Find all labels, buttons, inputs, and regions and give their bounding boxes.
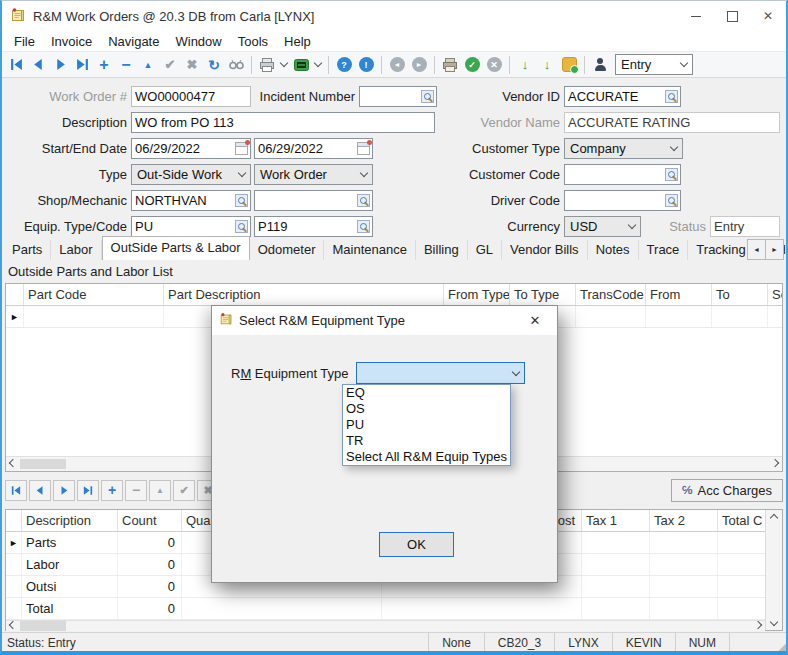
mechanic-input[interactable] [255, 192, 357, 209]
scroll-left-icon[interactable] [9, 620, 17, 628]
col-tax2[interactable]: Tax 2 [650, 510, 718, 531]
menu-file[interactable]: File [6, 34, 43, 49]
col-transcode[interactable]: TransCode [576, 284, 646, 305]
approve-button[interactable]: ✓ [461, 54, 483, 76]
grid-delete-button[interactable]: − [125, 480, 147, 501]
ok-button[interactable]: OK [379, 532, 454, 557]
maximize-button[interactable] [714, 1, 750, 31]
equip-code-input[interactable] [255, 218, 357, 235]
save-button[interactable]: ✔ [159, 54, 181, 76]
grid-previous-button[interactable] [29, 480, 51, 501]
option-tr[interactable]: TR [343, 433, 510, 449]
grid-up-button[interactable]: ▲ [149, 480, 171, 501]
scroll-thumb[interactable] [20, 459, 66, 469]
work-type-combobox[interactable]: Out-Side Work [131, 164, 251, 185]
add-record-button[interactable]: + [93, 54, 115, 76]
lookup-icon[interactable] [665, 168, 678, 181]
tab-tracking[interactable]: Tracking [688, 240, 754, 260]
col-part-code[interactable]: Part Code [24, 284, 164, 305]
calendar-icon[interactable] [235, 142, 248, 155]
back-button[interactable]: ◄ [386, 54, 408, 76]
customer-code-input[interactable] [565, 166, 665, 183]
refresh-button[interactable]: ↻ [203, 54, 225, 76]
tab-gl[interactable]: GL [468, 240, 502, 260]
tab-scroll-right-button[interactable]: ► [765, 239, 784, 260]
col-from-type[interactable]: From Type [444, 284, 510, 305]
col-to[interactable]: To [712, 284, 768, 305]
scroll-down-button[interactable] [766, 616, 782, 630]
lookup-icon[interactable] [235, 194, 248, 207]
cancel-button[interactable]: ✖ [181, 54, 203, 76]
scroll-right-icon[interactable] [771, 458, 779, 466]
tab-trace[interactable]: Trace [639, 240, 689, 260]
tab-scroll-left-button[interactable]: ◄ [747, 239, 766, 260]
grid-last-button[interactable] [77, 480, 99, 501]
option-eq[interactable]: EQ [343, 385, 510, 401]
col-count[interactable]: Count [118, 510, 182, 531]
col-part-description[interactable]: Part Description [164, 284, 444, 305]
import-button[interactable]: ↓ [514, 54, 536, 76]
work-order-input[interactable] [131, 86, 251, 107]
menu-window[interactable]: Window [167, 34, 229, 49]
grid-save-button[interactable]: ✔ [173, 480, 195, 501]
acc-charges-button[interactable]: ℅ Acc Charges [671, 479, 783, 502]
vendor-id-input[interactable] [565, 88, 665, 105]
up-arrow-button[interactable]: ▲ [137, 54, 159, 76]
col-se[interactable]: Se [768, 284, 782, 305]
scroll-left-icon[interactable] [9, 458, 17, 466]
print-options-dropdown[interactable] [278, 54, 290, 76]
find-button[interactable] [225, 54, 247, 76]
tab-labor[interactable]: Labor [51, 240, 101, 260]
minimize-button[interactable] [678, 1, 714, 31]
dialog-close-button[interactable]: ✕ [520, 306, 550, 335]
lookup-icon[interactable] [357, 194, 370, 207]
start-date-input[interactable] [132, 140, 235, 157]
security-button[interactable] [558, 54, 580, 76]
summary-grid-vscrollbar[interactable] [765, 510, 782, 630]
summary-row-total[interactable]: Total 0 [6, 598, 765, 620]
menu-navigate[interactable]: Navigate [100, 34, 167, 49]
mode-combobox[interactable]: Entry [615, 54, 693, 75]
tab-billing[interactable]: Billing [416, 240, 468, 260]
rm-equipment-type-combobox[interactable] [356, 362, 525, 384]
help-button[interactable]: ? [333, 54, 355, 76]
export-button[interactable]: ↓ [536, 54, 558, 76]
about-button[interactable]: ! [355, 54, 377, 76]
shop-input[interactable] [132, 192, 235, 209]
col-from[interactable]: From [646, 284, 712, 305]
menu-help[interactable]: Help [276, 34, 319, 49]
end-date-input[interactable] [255, 140, 357, 157]
option-select-all[interactable]: Select All R&M Equip Types [343, 449, 510, 465]
currency-combobox[interactable]: USD [564, 216, 641, 237]
lookup-icon[interactable] [665, 194, 678, 207]
col-total-cost[interactable]: Total C [718, 510, 765, 531]
grid-next-button[interactable] [53, 480, 75, 501]
calendar-icon[interactable] [357, 142, 370, 155]
lookup-icon[interactable] [235, 220, 248, 233]
scroll-up-button[interactable] [766, 510, 782, 524]
grid-first-button[interactable] [5, 480, 27, 501]
description-input[interactable] [131, 112, 435, 133]
incident-number-input[interactable] [360, 88, 421, 105]
scroll-thumb[interactable] [20, 621, 66, 631]
preview-options-dropdown[interactable] [312, 54, 324, 76]
summary-grid-hscrollbar[interactable] [6, 620, 765, 631]
customer-type-combobox[interactable]: Company [564, 138, 683, 159]
first-record-button[interactable] [5, 54, 27, 76]
last-record-button[interactable] [71, 54, 93, 76]
print-button[interactable] [256, 54, 278, 76]
menu-invoice[interactable]: Invoice [43, 34, 100, 49]
order-type-combobox[interactable]: Work Order [254, 164, 373, 185]
delete-record-button[interactable]: − [115, 54, 137, 76]
tab-parts[interactable]: Parts [4, 240, 51, 260]
scroll-right-icon[interactable] [754, 620, 762, 628]
tab-outside-parts-labor[interactable]: OutSide Parts & Labor [102, 236, 250, 260]
option-pu[interactable]: PU [343, 417, 510, 433]
tab-odometer[interactable]: Odometer [250, 240, 325, 260]
grid-add-button[interactable]: + [101, 480, 123, 501]
option-os[interactable]: OS [343, 401, 510, 417]
void-button[interactable]: ✕ [483, 54, 505, 76]
col-to-type[interactable]: To Type [510, 284, 576, 305]
tab-maintenance[interactable]: Maintenance [324, 240, 415, 260]
batch-print-button[interactable] [439, 54, 461, 76]
